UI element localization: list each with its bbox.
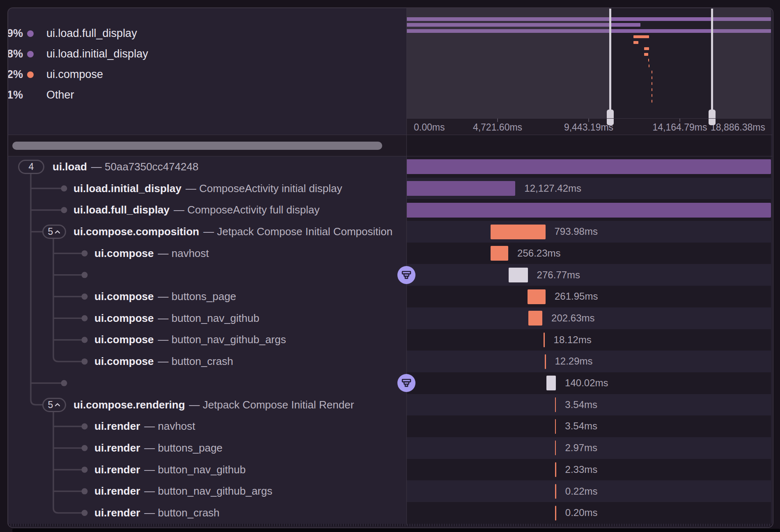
span-description: — buttons_page	[158, 290, 236, 303]
span-duration-label: 793.98ms	[555, 221, 598, 243]
span-tree-row[interactable]: ui.compose— button_nav_github	[8, 307, 406, 329]
span-duration-label: 3.54ms	[565, 394, 597, 416]
span-op: ui.compose	[94, 290, 154, 303]
span-description: — button_crash	[158, 355, 233, 368]
minimap-span-bar	[644, 47, 649, 50]
span-duration-label: 12.29ms	[555, 351, 593, 372]
span-bar[interactable]	[555, 397, 556, 412]
span-tree-row[interactable]: ui.render— button_nav_github	[8, 459, 406, 481]
span-bar[interactable]	[544, 332, 545, 347]
minimap-span-bar	[652, 100, 652, 103]
profiling-trace-view: ui.load.full_display18885.73ms59%ui.load…	[0, 0, 780, 532]
span-bar[interactable]	[491, 225, 546, 239]
span-description: — button_nav_github_args	[158, 333, 286, 346]
scrollbar-track-right	[406, 135, 771, 156]
span-op: ui.compose	[94, 312, 154, 325]
span-tree-row[interactable]: ui.load— 50aa7350cc474248	[8, 156, 406, 178]
span-duration-label: 140.02ms	[565, 372, 608, 394]
span-op: ui.render	[94, 485, 140, 498]
span-tree-row[interactable]: ui.render— button_nav_github_args	[8, 481, 406, 502]
span-tree-row[interactable]: ui.render— navhost	[8, 415, 406, 437]
span-description: — Jetpack Compose Initial Render	[189, 399, 354, 411]
span-bar[interactable]	[406, 159, 771, 174]
profiling-icon	[401, 377, 412, 389]
span-op: ui.render	[94, 507, 140, 519]
span-bar[interactable]	[545, 354, 546, 369]
span-duration-label: 0.22ms	[565, 481, 598, 502]
minimap-span-bar	[652, 71, 652, 73]
span-bar[interactable]	[555, 419, 556, 434]
axis-tick-label: 18,886.38ms	[711, 122, 765, 133]
rows-top-border	[8, 156, 772, 156]
minimap-span-bar	[652, 82, 652, 85]
span-bar[interactable]	[555, 484, 556, 499]
span-bar[interactable]	[491, 246, 508, 261]
waterfall-row[interactable]	[406, 264, 771, 286]
span-bar[interactable]	[528, 289, 546, 304]
span-bar[interactable]	[555, 506, 556, 521]
span-duration-label: 276.77ms	[537, 264, 580, 286]
span-description: — navhost	[158, 247, 209, 260]
span-tree-row[interactable]: ui.render— buttons_page	[8, 437, 406, 459]
minimap-span-bar	[633, 41, 638, 44]
top-section-border	[8, 135, 772, 135]
span-duration-label: 12,127.42ms	[524, 178, 581, 200]
profile-icon-button[interactable]	[397, 266, 415, 284]
minimap-dim-right	[712, 8, 771, 118]
waterfall-row[interactable]	[406, 243, 771, 264]
span-description: — 50aa7350cc474248	[91, 161, 199, 173]
span-tree-row[interactable]	[8, 264, 406, 286]
axis-tick-label: 9,443.19ms	[564, 122, 613, 133]
minimap-span-bar	[648, 59, 649, 62]
axis-tick	[497, 119, 498, 122]
span-op: ui.load.initial_display	[73, 182, 181, 195]
span-op: ui.render	[94, 442, 140, 454]
chevron-up-icon	[55, 403, 60, 407]
span-bar[interactable]	[406, 181, 515, 196]
span-tree-row[interactable]: ui.load.full_display— ComposeActivity fu…	[8, 199, 406, 221]
span-op: ui.render	[94, 463, 140, 476]
axis-tick-label: 0.00ms	[414, 122, 445, 133]
child-count: 4	[29, 161, 34, 172]
span-tree-row[interactable]	[8, 372, 406, 394]
span-tree-row[interactable]: ui.compose.composition— Jetpack Compose …	[8, 221, 406, 243]
child-count-badge[interactable]: 4	[18, 160, 44, 174]
span-tree-row[interactable]: ui.load.initial_display— ComposeActivity…	[8, 178, 406, 200]
span-bar[interactable]	[555, 462, 556, 477]
span-tree-row[interactable]: ui.compose— navhost	[8, 243, 406, 264]
span-bar[interactable]	[528, 311, 542, 326]
viewport-grip-left[interactable]	[607, 110, 614, 125]
span-duration-label: 202.63ms	[551, 307, 594, 329]
axis-tick	[588, 119, 589, 122]
child-count-badge[interactable]: 5	[42, 398, 66, 412]
span-op: ui.compose.composition	[73, 225, 199, 238]
minimap-span-bar	[644, 53, 648, 56]
span-duration-label: 18.12ms	[554, 329, 592, 351]
viewport-handle-left[interactable]	[609, 9, 611, 118]
span-op: ui.compose	[94, 355, 154, 368]
span-bar[interactable]	[509, 268, 528, 282]
minimap-dim-left	[406, 8, 610, 118]
viewport-grip-right[interactable]	[709, 110, 716, 125]
viewport-handle-right[interactable]	[711, 9, 713, 118]
span-description: — Jetpack Compose Initial Composition	[203, 225, 392, 238]
child-count-badge[interactable]: 5	[42, 225, 66, 239]
span-tree-row[interactable]: ui.compose— button_nav_github_args	[8, 329, 406, 351]
span-description: — button_nav_github	[158, 312, 259, 325]
span-tree-row[interactable]: ui.compose— buttons_page	[8, 286, 406, 307]
minimap-span-bar	[633, 35, 649, 38]
span-description: — ComposeActivity initial display	[186, 182, 342, 195]
span-bar[interactable]	[546, 376, 556, 390]
minimap-span-bar	[652, 88, 652, 91]
span-tree-row[interactable]: ui.compose.rendering— Jetpack Compose In…	[8, 394, 406, 416]
span-op: ui.compose	[94, 247, 154, 260]
span-tree-row[interactable]: ui.render— button_crash	[8, 502, 406, 524]
trace-panel: ui.load.full_display18885.73ms59%ui.load…	[8, 8, 772, 527]
child-count: 5	[48, 226, 53, 237]
axis-tick-label: 14,164.79ms	[653, 122, 707, 133]
span-description: — buttons_page	[144, 442, 223, 454]
span-tree-row[interactable]: ui.compose— button_crash	[8, 351, 406, 372]
span-bar[interactable]	[406, 203, 771, 218]
span-description: — ComposeActivity full display	[174, 204, 319, 216]
span-duration-label: 256.23ms	[517, 243, 560, 264]
